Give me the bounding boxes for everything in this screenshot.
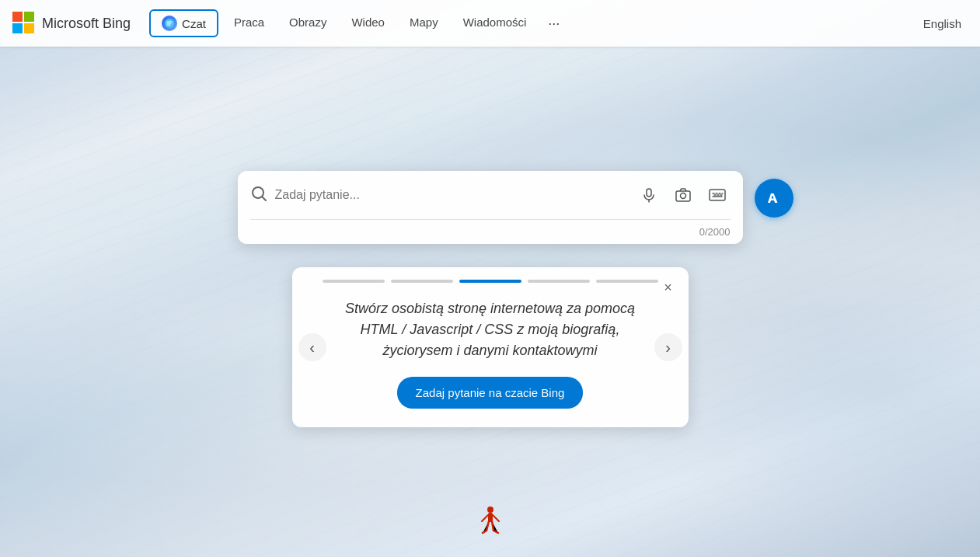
svg-rect-3 (24, 23, 34, 33)
char-count: 0/2000 (699, 226, 731, 238)
card-nav-right-button[interactable]: › (654, 333, 682, 361)
progress-dot-1 (323, 280, 385, 283)
svg-point-8 (680, 193, 685, 199)
nav-items: Czat Praca Obrazy Wideo Mapy Wiadomości … (146, 0, 917, 47)
svg-rect-6 (647, 189, 651, 197)
suggestion-text: Stwórz osobistą stronę internetową za po… (331, 298, 650, 361)
progress-dot-2 (391, 280, 453, 283)
logo-area[interactable]: Microsoft Bing (12, 12, 131, 35)
search-icon (250, 185, 267, 205)
card-action-area: Zadaj pytanie na czacie Bing (292, 377, 689, 427)
nav-item-praca[interactable]: Praca (221, 0, 277, 47)
suggestion-card: × ‹ Stwórz osobistą stronę internetową z… (292, 267, 689, 427)
progress-dot-4 (528, 280, 590, 283)
czat-icon (162, 16, 177, 31)
svg-rect-0 (12, 12, 23, 22)
search-footer: 0/2000 (238, 220, 743, 244)
logo-text: Microsoft Bing (42, 16, 131, 32)
skier-figure (479, 506, 502, 541)
nav-item-wideo[interactable]: Wideo (339, 0, 397, 47)
microsoft-logo-icon (12, 12, 36, 35)
more-menu-button[interactable]: ··· (539, 0, 569, 47)
nav-item-obrazy[interactable]: Obrazy (277, 0, 339, 47)
camera-button[interactable] (670, 182, 696, 208)
czat-label: Czat (182, 17, 206, 30)
card-body: Stwórz osobistą stronę internetową za po… (292, 283, 689, 377)
language-button[interactable]: English (917, 14, 968, 33)
main-content: 0/2000 × ‹ Stwórz osobistą (0, 47, 980, 427)
search-input-row (238, 171, 743, 219)
svg-point-11 (487, 507, 493, 513)
svg-rect-2 (12, 23, 23, 33)
ask-bing-button[interactable]: Zadaj pytanie na czacie Bing (397, 377, 584, 409)
microphone-button[interactable] (636, 182, 662, 208)
nav-item-mapy[interactable]: Mapy (397, 0, 451, 47)
progress-dot-3 (459, 280, 521, 283)
keyboard-button[interactable] (704, 182, 731, 208)
search-input[interactable] (275, 188, 628, 202)
card-progress (292, 267, 689, 283)
nav-item-czat[interactable]: Czat (149, 9, 218, 37)
nav-item-wiadomosci[interactable]: Wiadomości (451, 0, 539, 47)
search-actions (636, 182, 731, 208)
card-close-button[interactable]: × (657, 277, 679, 298)
svg-rect-1 (24, 12, 34, 22)
progress-dot-5 (596, 280, 658, 283)
bing-chat-float-button[interactable] (755, 179, 793, 218)
card-nav-left-button[interactable]: ‹ (298, 333, 326, 361)
navbar: Microsoft Bing Czat Praca Obrazy Wideo M… (0, 0, 980, 47)
nav-right: English (917, 14, 968, 33)
search-container: 0/2000 (238, 171, 743, 244)
